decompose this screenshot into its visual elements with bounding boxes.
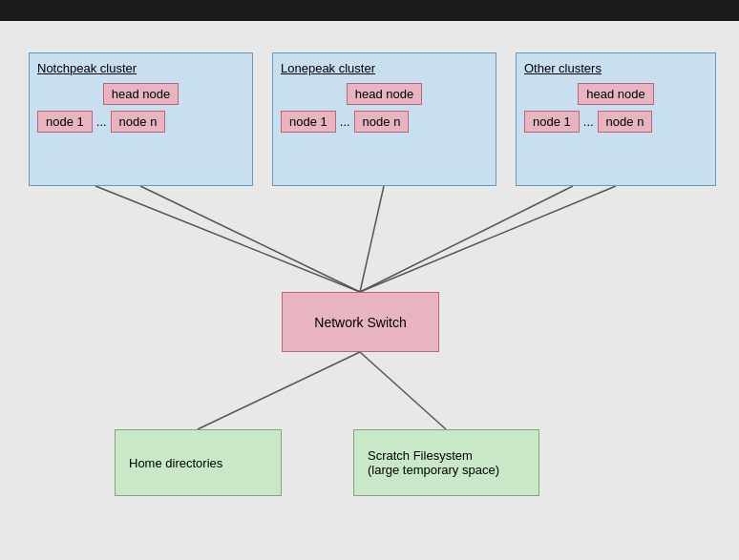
lonepeak-head-node: head node xyxy=(347,83,422,105)
line-switch-home xyxy=(198,352,360,429)
top-bar xyxy=(0,0,739,21)
other-title: Other clusters xyxy=(524,61,707,75)
line-switch-scratch xyxy=(360,352,446,429)
line-other-node-switch xyxy=(360,186,573,292)
network-switch: Network Switch xyxy=(282,292,439,352)
notchpeak-cluster: Notchpeak cluster head node node 1 ... n… xyxy=(29,52,253,186)
notchpeak-dots: ... xyxy=(96,114,107,129)
network-switch-label: Network Switch xyxy=(314,315,406,330)
notchpeak-nodeN: node n xyxy=(111,111,166,133)
notchpeak-head-node: head node xyxy=(103,83,179,105)
lonepeak-nodes-row: node 1 ... node n xyxy=(281,111,488,133)
lonepeak-title: Lonepeak cluster xyxy=(281,61,488,75)
scratch-label: Scratch Filesystem (large temporary spac… xyxy=(368,448,499,477)
line-other-switch xyxy=(360,186,616,292)
notchpeak-title: Notchpeak cluster xyxy=(37,61,244,75)
home-directories: Home directories xyxy=(115,429,282,496)
other-dots: ... xyxy=(583,114,594,129)
other-head-node: head node xyxy=(578,83,653,105)
lonepeak-cluster: Lonepeak cluster head node node 1 ... no… xyxy=(272,52,496,186)
line-notchpeak-switch xyxy=(140,186,360,292)
other-nodeN: node n xyxy=(598,111,653,133)
lonepeak-nodeN: node n xyxy=(354,111,410,133)
other-nodes-row: node 1 ... node n xyxy=(524,111,707,133)
other-clusters: Other clusters head node node 1 ... node… xyxy=(516,52,716,186)
scratch-filesystem: Scratch Filesystem (large temporary spac… xyxy=(353,429,539,496)
notchpeak-nodes-row: node 1 ... node n xyxy=(37,111,244,133)
other-node1: node 1 xyxy=(524,111,580,133)
lonepeak-dots: ... xyxy=(340,114,350,129)
notchpeak-node1: node 1 xyxy=(37,111,93,133)
lonepeak-node1: node 1 xyxy=(281,111,336,133)
line-lonepeak-switch xyxy=(360,186,384,292)
home-label: Home directories xyxy=(129,456,222,470)
line-notchpeak-node1-switch xyxy=(95,186,360,292)
